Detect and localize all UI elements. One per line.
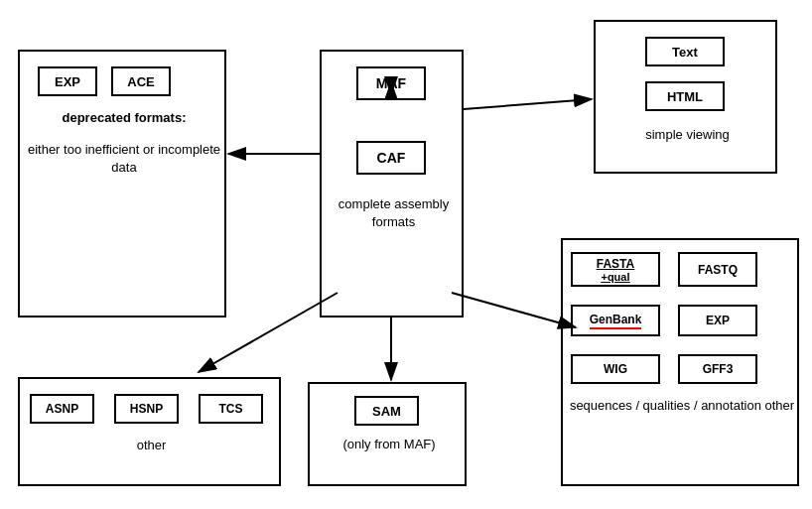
asnp-box: ASNP <box>30 394 94 424</box>
wig-box: WIG <box>571 354 660 384</box>
exp-label-left: EXP <box>55 74 80 89</box>
html-label: HTML <box>667 89 703 104</box>
sam-label: SAM <box>372 404 401 419</box>
sam-box: SAM <box>354 396 419 426</box>
top-right-desc-text: simple viewing <box>645 127 730 142</box>
bottom-right-desc-text: sequences / qualities / annotation other <box>570 398 794 413</box>
top-right-desc: simple viewing <box>596 126 779 144</box>
bottom-center-desc: (only from MAF) <box>310 436 469 453</box>
gff3-box: GFF3 <box>678 354 757 384</box>
tcs-box: TCS <box>199 394 263 424</box>
caf-label: CAF <box>377 150 406 166</box>
genbank-box: GenBank <box>571 305 660 336</box>
left-group: EXP ACE deprecated formats: either too i… <box>18 50 226 318</box>
left-desc: either too inefficient or incomplete dat… <box>20 141 228 177</box>
center-to-bottom-right-arrow <box>452 293 576 327</box>
tcs-label: TCS <box>219 402 243 416</box>
hsnp-label: HSNP <box>130 402 163 416</box>
caf-box: CAF <box>356 141 426 175</box>
asnp-label: ASNP <box>46 402 78 416</box>
center-description-text: complete assembly formats <box>338 196 449 229</box>
center-group: MAF CAF complete assembly formats <box>320 50 464 318</box>
ace-label: ACE <box>127 74 154 89</box>
wig-label: WIG <box>604 362 627 376</box>
left-title-text: deprecated formats: <box>63 110 187 125</box>
exp-box-right: EXP <box>678 305 757 336</box>
left-desc-text: either too inefficient or incomplete dat… <box>28 142 220 175</box>
bottom-right-desc: sequences / qualities / annotation other <box>563 397 801 415</box>
fastq-label: FASTQ <box>698 263 738 277</box>
top-right-group: Text HTML simple viewing <box>594 20 777 174</box>
fasta-box: FASTA +qual <box>571 252 660 287</box>
center-to-top-right-arrow <box>464 99 592 109</box>
exp-box-left: EXP <box>38 66 97 96</box>
html-box: HTML <box>645 81 725 111</box>
left-title: deprecated formats: <box>20 109 228 127</box>
exp-label-right: EXP <box>706 314 730 327</box>
bottom-center-group: SAM (only from MAF) <box>308 382 467 486</box>
bottom-left-group: ASNP HSNP TCS other <box>18 377 281 486</box>
bottom-left-desc: other <box>20 437 283 454</box>
center-desc: complete assembly formats <box>322 195 466 231</box>
gff3-label: GFF3 <box>703 362 734 376</box>
genbank-label: GenBank <box>590 313 642 329</box>
maf-label: MAF <box>376 75 406 91</box>
fastq-box: FASTQ <box>678 252 757 287</box>
diagram: MAF CAF complete assembly formats EXP AC… <box>0 0 812 509</box>
hsnp-box: HSNP <box>114 394 179 424</box>
text-box: Text <box>645 37 725 66</box>
text-label: Text <box>672 45 698 60</box>
bottom-center-desc-text: (only from MAF) <box>342 437 435 451</box>
fasta-qual-label: +qual <box>601 271 629 283</box>
ace-box: ACE <box>111 66 171 96</box>
bottom-left-desc-text: other <box>137 438 167 452</box>
maf-box: MAF <box>356 66 426 100</box>
fasta-label: FASTA <box>597 257 634 271</box>
bottom-right-group: FASTA +qual FASTQ GenBank EXP WIG GFF3 s… <box>561 238 799 486</box>
